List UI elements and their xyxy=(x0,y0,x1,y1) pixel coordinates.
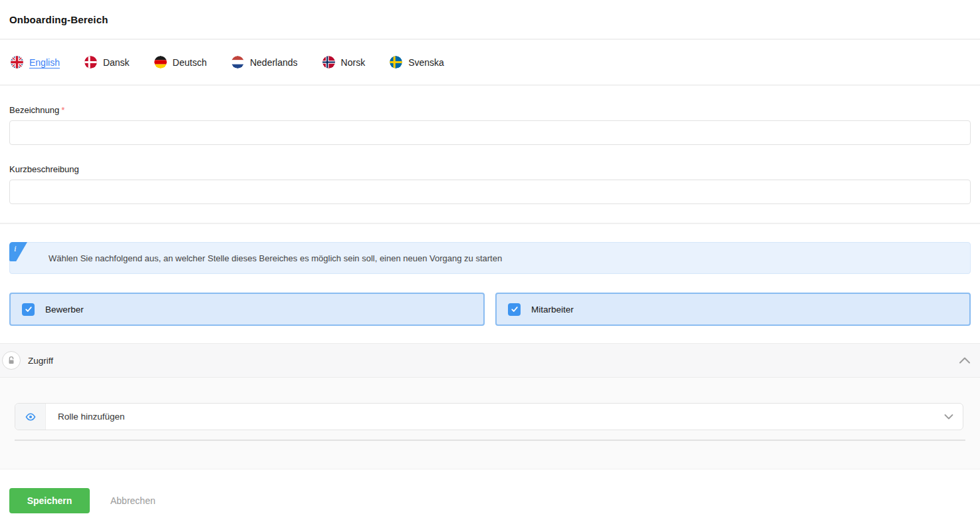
lock-open-icon xyxy=(7,356,16,365)
flag-norway-icon xyxy=(322,56,335,68)
language-tab-dansk[interactable]: Dansk xyxy=(84,56,130,68)
option-card-mitarbeiter[interactable]: Mitarbeiter xyxy=(495,293,971,326)
bewerber-checkbox[interactable] xyxy=(22,303,35,316)
option-card-bewerber[interactable]: Bewerber xyxy=(9,293,485,326)
flag-germany-icon xyxy=(154,56,167,68)
start-options: Bewerber Mitarbeiter xyxy=(9,293,971,326)
role-select-placeholder: Rolle hinzufügen xyxy=(58,412,125,422)
mitarbeiter-checkbox[interactable] xyxy=(508,303,521,316)
role-select-dropdown[interactable]: Rolle hinzufügen xyxy=(15,403,963,430)
access-section-title: Zugriff xyxy=(28,356,53,366)
save-button[interactable]: Speichern xyxy=(9,488,90,513)
form-section: Bezeichnung* Kurzbeschreibung xyxy=(0,105,980,204)
check-icon xyxy=(511,305,519,313)
language-tab-label: Deutsch xyxy=(173,57,207,68)
eye-icon xyxy=(25,412,36,422)
description-input[interactable] xyxy=(9,180,971,204)
flag-netherlands-icon xyxy=(231,56,244,68)
access-divider xyxy=(15,440,965,441)
chevron-up-icon[interactable] xyxy=(958,356,971,364)
language-tab-svenska[interactable]: Svenska xyxy=(390,56,444,68)
role-icon-cell xyxy=(15,404,46,430)
info-banner: i Wählen Sie nachfolgend aus, an welcher… xyxy=(9,242,971,274)
check-icon xyxy=(25,305,33,313)
flag-sweden-icon xyxy=(390,56,402,68)
language-tab-nederlands[interactable]: Nederlands xyxy=(231,56,298,68)
language-tabs: English Dansk Deutsch xyxy=(0,40,980,86)
lock-circle xyxy=(2,351,21,370)
language-tab-deutsch[interactable]: Deutsch xyxy=(154,56,207,68)
name-input[interactable] xyxy=(9,120,971,145)
access-section-header[interactable]: Zugriff xyxy=(0,343,980,378)
cancel-button[interactable]: Abbrechen xyxy=(110,495,156,506)
page-title: Onboarding-Bereich xyxy=(9,14,108,25)
flag-uk-icon xyxy=(11,56,23,68)
required-marker: * xyxy=(61,105,64,115)
info-icon: i xyxy=(9,242,27,261)
option-card-label: Bewerber xyxy=(45,305,84,315)
info-icon-glyph: i xyxy=(14,243,17,254)
language-tab-norsk[interactable]: Norsk xyxy=(322,56,366,68)
footer-actions: Speichern Abbrechen xyxy=(0,488,980,513)
access-section-body: Rolle hinzufügen xyxy=(0,378,980,469)
flag-denmark-icon xyxy=(84,56,97,68)
language-tab-label: Dansk xyxy=(103,57,130,68)
language-tab-english[interactable]: English xyxy=(11,56,60,68)
language-tab-label: Nederlands xyxy=(250,57,298,68)
language-tab-label: Norsk xyxy=(341,57,366,68)
name-field-label-text: Bezeichnung xyxy=(9,105,59,115)
language-tab-label: English xyxy=(29,57,60,68)
name-field-label: Bezeichnung* xyxy=(9,105,971,115)
chevron-down-icon[interactable] xyxy=(943,414,954,420)
option-card-label: Mitarbeiter xyxy=(531,305,574,315)
info-banner-text: Wählen Sie nachfolgend aus, an welcher S… xyxy=(49,253,502,263)
section-divider xyxy=(0,223,980,224)
page-header: Onboarding-Bereich xyxy=(0,0,980,40)
description-field-label: Kurzbeschreibung xyxy=(9,164,971,174)
language-tab-label: Svenska xyxy=(408,57,444,68)
